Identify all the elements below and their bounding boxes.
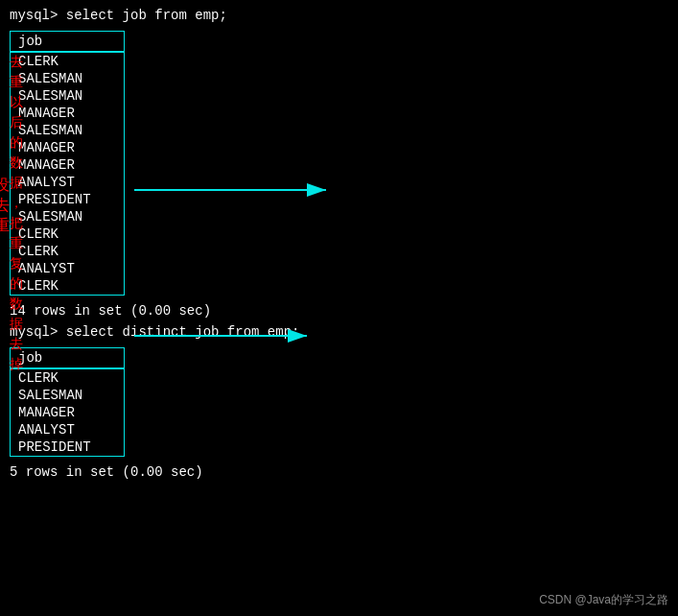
rowcount2: 5 rows in set (0.00 sec) (10, 464, 668, 480)
section-dedup: mysql> select distinct job from emp; job… (10, 324, 668, 480)
rowcount1: 14 rows in set (0.00 sec) (10, 303, 668, 319)
arrow-dedup-icon (134, 321, 326, 350)
terminal-screen: mysql> select job from emp; job CLERKSAL… (10, 8, 668, 480)
arrow-no-dedup-icon (134, 176, 345, 204)
annotation-no-dedup: 没去重 (0, 176, 10, 236)
table-row: MANAGER (11, 404, 124, 421)
section-no-dedup: mysql> select job from emp; job CLERKSAL… (10, 8, 668, 319)
table-row: ANALYST (11, 421, 124, 438)
annotation-dedup: 去重以后的数据 ，把重复的数据 去掉 (10, 52, 34, 374)
dedup-line3: 去掉 (10, 336, 23, 371)
prompt2: mysql> select distinct job from emp; (10, 324, 668, 340)
watermark: CSDN @Java的学习之路 (539, 592, 668, 608)
prompt1: mysql> select job from emp; (10, 8, 668, 23)
table-row: SALESMAN (11, 387, 124, 404)
dedup-line1: 去重以后的数据 (10, 54, 23, 190)
table-row: PRESIDENT (11, 438, 124, 456)
table2-rows: CLERKSALESMANMANAGERANALYSTPRESIDENT (11, 369, 124, 456)
dedup-line2: ，把重复的数据 (10, 195, 23, 331)
table1-header: job (11, 32, 124, 52)
